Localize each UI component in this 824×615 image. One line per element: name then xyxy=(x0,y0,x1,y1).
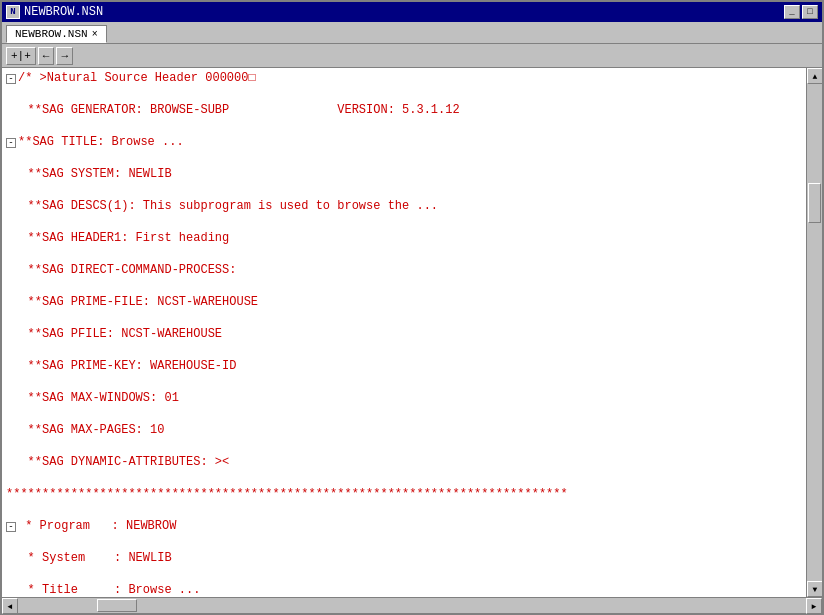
code-line-12: **SAG MAX-PAGES: 10 xyxy=(6,422,802,438)
scroll-right-button[interactable]: ► xyxy=(806,598,822,614)
tab-bar: NEWBROW.NSN × xyxy=(2,22,822,44)
code-container: -/* >Natural Source Header 000000□ **SAG… xyxy=(2,68,806,597)
prev-button[interactable]: ← xyxy=(38,47,55,65)
fold-btn-15[interactable]: - xyxy=(6,522,16,532)
title-bar: N NEWBROW.NSN _ □ xyxy=(2,2,822,22)
scroll-down-button[interactable]: ▼ xyxy=(807,581,822,597)
scrollbar-thumb-v[interactable] xyxy=(808,183,821,223)
scroll-left-button[interactable]: ◄ xyxy=(2,598,18,614)
code-line-13: **SAG DYNAMIC-ATTRIBUTES: >< xyxy=(6,454,802,470)
code-editor: -/* >Natural Source Header 000000□ **SAG… xyxy=(6,70,802,597)
tab-newbrow[interactable]: NEWBROW.NSN × xyxy=(6,25,107,43)
code-line-1: -/* >Natural Source Header 000000□ xyxy=(6,70,802,86)
code-line-8: **SAG PRIME-FILE: NCST-WAREHOUSE xyxy=(6,294,802,310)
tab-label: NEWBROW.NSN xyxy=(15,28,88,40)
main-window: N NEWBROW.NSN _ □ NEWBROW.NSN × +|+ ← → … xyxy=(0,0,824,615)
code-line-16: * System : NEWLIB xyxy=(6,550,802,566)
window-icon: N xyxy=(6,5,20,19)
minimize-button[interactable]: _ xyxy=(784,5,800,19)
scrollbar-thumb-h[interactable] xyxy=(97,599,137,612)
horizontal-scrollbar: ◄ ► xyxy=(2,597,822,613)
next-button[interactable]: → xyxy=(56,47,73,65)
code-line-4: **SAG SYSTEM: NEWLIB xyxy=(6,166,802,182)
code-line-10: **SAG PRIME-KEY: WAREHOUSE-ID xyxy=(6,358,802,374)
code-line-6: **SAG HEADER1: First heading xyxy=(6,230,802,246)
fold-all-button[interactable]: +|+ xyxy=(6,47,36,65)
tab-close-icon[interactable]: × xyxy=(92,29,98,40)
code-line-14: ****************************************… xyxy=(6,486,802,502)
code-line-9: **SAG PFILE: NCST-WAREHOUSE xyxy=(6,326,802,342)
code-line-11: **SAG MAX-WINDOWS: 01 xyxy=(6,390,802,406)
code-line-7: **SAG DIRECT-COMMAND-PROCESS: xyxy=(6,262,802,278)
code-scroll-area[interactable]: -/* >Natural Source Header 000000□ **SAG… xyxy=(2,68,806,597)
title-bar-controls: _ □ xyxy=(784,5,818,19)
content-area: -/* >Natural Source Header 000000□ **SAG… xyxy=(2,68,822,597)
scroll-up-button[interactable]: ▲ xyxy=(807,68,822,84)
scrollbar-track-v[interactable] xyxy=(807,84,822,581)
title-bar-text: NEWBROW.NSN xyxy=(24,5,784,19)
code-line-3: -**SAG TITLE: Browse ... xyxy=(6,134,802,150)
scrollbar-track-h[interactable] xyxy=(18,598,806,613)
code-line-2: **SAG GENERATOR: BROWSE-SUBP VERSION: 5.… xyxy=(6,102,802,118)
fold-btn-1[interactable]: - xyxy=(6,74,16,84)
fold-btn-3[interactable]: - xyxy=(6,138,16,148)
vertical-scrollbar: ▲ ▼ xyxy=(806,68,822,597)
toolbar: +|+ ← → xyxy=(2,44,822,68)
code-line-5: **SAG DESCS(1): This subprogram is used … xyxy=(6,198,802,214)
code-line-17: * Title : Browse ... xyxy=(6,582,802,597)
code-line-15: - * Program : NEWBROW xyxy=(6,518,802,534)
maximize-button[interactable]: □ xyxy=(802,5,818,19)
